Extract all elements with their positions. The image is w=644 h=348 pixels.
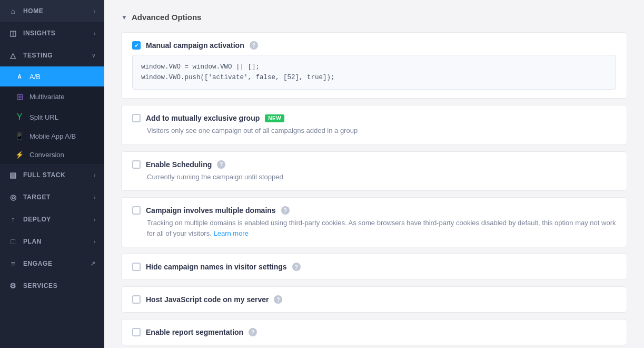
- checkbox-host-js[interactable]: [132, 295, 141, 304]
- engage-icon: ≡: [8, 259, 18, 268]
- sidebar-item-home[interactable]: ⌂ Home ›: [0, 0, 104, 22]
- sidebar-item-conversion[interactable]: ⚡ Conversion: [0, 146, 104, 164]
- option-manual-campaign-activation: Manual campaign activation ? window.VWO …: [121, 32, 627, 99]
- sidebar-label-ab: A/B: [29, 73, 41, 81]
- advanced-options-title: Advanced Options: [132, 13, 202, 22]
- sidebar-item-engage[interactable]: ≡ Engage ↗: [0, 253, 104, 275]
- sidebar-label-home: Home: [23, 7, 43, 15]
- sidebar-item-services[interactable]: ⚙ Services: [0, 275, 104, 297]
- sidebar-item-plan[interactable]: □ Plan ›: [0, 230, 104, 253]
- sidebar-label-plan: Plan: [23, 238, 42, 245]
- multivariate-icon: ⊞: [15, 92, 24, 102]
- sidebar-label-deploy: Deploy: [23, 216, 51, 223]
- sidebar-label-services: Services: [23, 282, 57, 289]
- plan-icon: □: [8, 237, 18, 246]
- sidebar-item-target[interactable]: ◎ Target ›: [0, 186, 104, 208]
- sidebar-item-insights[interactable]: ◫ Insights ›: [0, 22, 104, 44]
- sidebar-label-split-url: Split URL: [29, 113, 58, 121]
- target-icon: ◎: [8, 193, 18, 201]
- help-icon-host-js[interactable]: ?: [274, 295, 282, 304]
- sidebar-item-ab[interactable]: A A/B: [0, 66, 104, 86]
- code-line-1: window.VWO = window.VWO || [];: [141, 62, 607, 72]
- help-icon-manual-campaign[interactable]: ?: [250, 41, 258, 50]
- sidebar-label-conversion: Conversion: [29, 151, 64, 159]
- services-icon: ⚙: [8, 282, 18, 290]
- sidebar-label-testing: Testing: [23, 52, 53, 59]
- help-icon-multiple-domains[interactable]: ?: [281, 206, 290, 215]
- label-manual-campaign-activation: Manual campaign activation: [146, 41, 244, 50]
- sidebar-item-mobile-ab[interactable]: 📱 Mobile App A/B: [0, 127, 104, 146]
- checkbox-enable-scheduling[interactable]: [132, 160, 141, 169]
- chevron-right-icon: ›: [94, 172, 96, 178]
- sidebar-label-mobile-ab: Mobile App A/B: [29, 132, 76, 140]
- sidebar-item-full-stack[interactable]: ▤ Full Stack ›: [0, 164, 104, 186]
- insights-icon: ◫: [8, 29, 18, 37]
- sidebar-label-full-stack: Full Stack: [23, 171, 65, 179]
- new-badge: NEW: [265, 114, 284, 122]
- ab-icon: A: [15, 72, 24, 81]
- full-stack-icon: ▤: [8, 171, 18, 179]
- label-mutually-exclusive: Add to mutually exclusive group: [146, 114, 260, 122]
- chevron-down-icon: ∨: [92, 53, 96, 59]
- label-host-js: Host JavaScript code on my server: [146, 295, 269, 304]
- desc-multiple-domains: Tracking on multiple domains is enabled …: [147, 218, 616, 238]
- chevron-right-icon: ›: [94, 8, 96, 14]
- checkbox-multiple-domains[interactable]: [132, 206, 141, 215]
- collapse-triangle-icon: ▼: [121, 14, 127, 21]
- chevron-right-icon: ›: [94, 195, 96, 200]
- checkbox-manual-campaign-activation[interactable]: [132, 41, 141, 50]
- checkbox-mutually-exclusive[interactable]: [132, 114, 141, 122]
- sidebar-item-split-url[interactable]: Y Split URL: [0, 107, 104, 127]
- sidebar-item-deploy[interactable]: ↑ Deploy ›: [0, 208, 104, 230]
- chevron-right-icon: ›: [94, 31, 96, 36]
- label-hide-campaign-names: Hide campaign names in visitor settings: [146, 263, 287, 271]
- testing-icon: △: [8, 51, 18, 60]
- sidebar-label-insights: Insights: [23, 30, 55, 37]
- option-enable-scheduling: Enable Scheduling ? Currently running th…: [121, 151, 627, 191]
- advanced-options-header[interactable]: ▼ Advanced Options: [121, 13, 627, 22]
- main-content: ▼ Advanced Options Manual campaign activ…: [104, 0, 644, 348]
- testing-submenu: A A/B ⊞ Multivariate Y Split URL 📱 Mobil…: [0, 66, 104, 164]
- conversion-icon: ⚡: [15, 151, 24, 159]
- sidebar-item-multivariate[interactable]: ⊞ Multivariate: [0, 86, 104, 107]
- sidebar: ⌂ Home › ◫ Insights › △ Testing ∨ A A/B …: [0, 0, 104, 348]
- checkbox-hide-campaign-names[interactable]: [132, 263, 141, 271]
- home-icon: ⌂: [8, 7, 18, 15]
- label-report-segmentation: Enable report segmentation: [146, 328, 243, 336]
- split-url-icon: Y: [15, 112, 24, 122]
- chevron-right-icon: ›: [94, 239, 96, 245]
- option-multiple-domains: Campaign involves multiple domains ? Tra…: [121, 197, 627, 247]
- help-icon-report-segmentation[interactable]: ?: [249, 328, 257, 336]
- checkbox-report-segmentation[interactable]: [132, 328, 141, 336]
- option-host-js: Host JavaScript code on my server ?: [121, 286, 627, 313]
- deploy-icon: ↑: [8, 215, 18, 224]
- desc-mutually-exclusive: Visitors only see one campaign out of al…: [147, 125, 616, 136]
- learn-more-link[interactable]: Learn more: [213, 229, 248, 237]
- sidebar-item-testing[interactable]: △ Testing ∨: [0, 44, 104, 66]
- help-icon-scheduling[interactable]: ?: [217, 160, 225, 169]
- option-report-segmentation: Enable report segmentation ?: [121, 319, 627, 345]
- option-mutually-exclusive: Add to mutually exclusive group NEW Visi…: [121, 105, 627, 145]
- mobile-ab-icon: 📱: [15, 132, 24, 140]
- sidebar-label-engage: Engage: [23, 260, 53, 267]
- sidebar-label-multivariate: Multivariate: [29, 93, 64, 101]
- sidebar-label-target: Target: [23, 194, 51, 201]
- chevron-right-icon: ›: [94, 217, 96, 223]
- help-icon-hide-campaign[interactable]: ?: [292, 263, 301, 271]
- code-line-2: window.VWO.push(['activate', false, [52]…: [141, 72, 607, 83]
- chevron-right-icon: ↗: [90, 260, 96, 267]
- label-multiple-domains: Campaign involves multiple domains: [146, 206, 276, 215]
- option-hide-campaign-names: Hide campaign names in visitor settings …: [121, 254, 627, 280]
- code-block-manual-campaign: window.VWO = window.VWO || []; window.VW…: [132, 55, 616, 90]
- label-enable-scheduling: Enable Scheduling: [146, 160, 212, 169]
- desc-enable-scheduling: Currently running the campaign until sto…: [147, 172, 616, 182]
